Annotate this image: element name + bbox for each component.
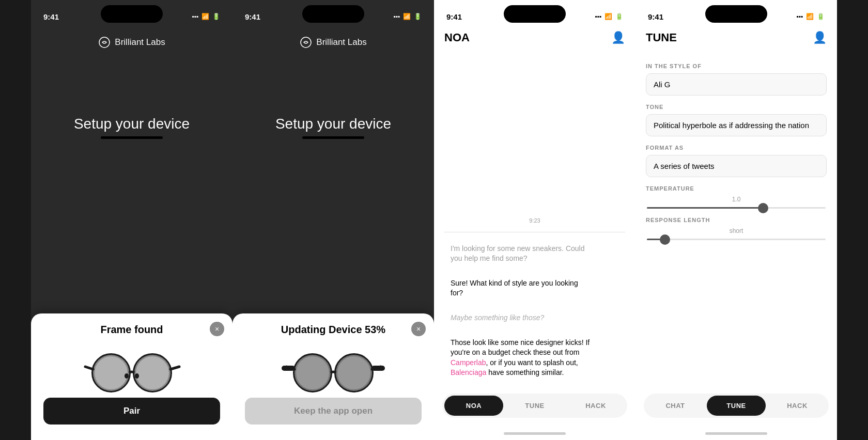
temperature-fill xyxy=(647,207,763,209)
status-icons-3: ▪▪▪ 📶 🔋 xyxy=(595,13,623,20)
brilliant-labs-logo-2 xyxy=(300,36,312,49)
chat-time: 9:23 xyxy=(444,217,625,224)
response-length-track xyxy=(647,239,826,240)
modal-title-2: Updating Device 53% xyxy=(245,324,422,336)
svg-point-9 xyxy=(295,355,331,391)
signal-icon-3: ▪▪▪ xyxy=(595,13,601,20)
status-bar-3: 9:41 ▪▪▪ 📶 🔋 xyxy=(434,0,636,26)
status-bar-4: 9:41 ▪▪▪ 📶 🔋 xyxy=(636,0,837,26)
home-indicator-4 xyxy=(705,432,767,435)
status-bar-1: 9:41 ▪▪▪ 📶 🔋 xyxy=(31,0,233,26)
chat-msg-3: Maybe something like those? xyxy=(444,308,550,328)
svg-point-6 xyxy=(135,373,139,379)
modal-title-1: Frame found xyxy=(43,324,220,336)
home-indicator-2 xyxy=(302,136,364,139)
modal-close-1[interactable]: × xyxy=(210,322,224,336)
nav-hack[interactable]: HACK xyxy=(566,396,625,416)
setup-title-1: Setup your device xyxy=(31,116,233,132)
battery-icon-1: 🔋 xyxy=(212,13,220,20)
modal-card-1: × Frame found Pair xyxy=(31,313,233,440)
profile-icon[interactable]: 👤 xyxy=(611,31,625,44)
status-bar-2: 9:41 ▪▪▪ 📶 🔋 xyxy=(233,0,434,26)
time-4: 9:41 xyxy=(648,12,663,21)
temperature-value: 1.0 xyxy=(647,196,826,203)
noa-title: NOA xyxy=(444,31,470,44)
svg-point-7 xyxy=(301,37,311,48)
status-icons-1: ▪▪▪ 📶 🔋 xyxy=(192,13,220,20)
temperature-thumb[interactable] xyxy=(758,203,768,213)
chat-msg-2: Sure! What kind of style are you looking… xyxy=(444,273,598,304)
time-1: 9:41 xyxy=(43,12,59,21)
time-3: 9:41 xyxy=(446,12,462,21)
signal-icon-1: ▪▪▪ xyxy=(192,13,198,20)
signal-icon-2: ▪▪▪ xyxy=(393,13,400,20)
chat-area: 9:23 I'm looking for some new sneakers. … xyxy=(434,44,636,394)
battery-icon-4: 🔋 xyxy=(817,13,825,20)
balenciaga-link[interactable]: Balenciaga xyxy=(451,368,486,376)
style-label: IN THE STYLE OF xyxy=(646,63,827,69)
tune-bottom-nav: CHAT TUNE HACK xyxy=(644,394,829,418)
tone-label: TONE xyxy=(646,104,827,110)
tune-title: TUNE xyxy=(646,31,677,44)
format-label: FORMAT AS xyxy=(646,145,827,151)
dynamic-island-1 xyxy=(101,5,163,23)
signal-icon-4: ▪▪▪ xyxy=(796,13,803,20)
svg-point-11 xyxy=(336,355,372,391)
phones-container: 9:41 ▪▪▪ 📶 🔋 Brilliant Labs Setup your d… xyxy=(0,0,868,440)
response-length-slider-container: short xyxy=(646,227,827,240)
style-input[interactable] xyxy=(646,73,827,96)
glasses-illustration-2 xyxy=(282,346,385,398)
temperature-slider-container: 1.0 xyxy=(646,196,827,209)
chat-msg-4: Those look like some nice designer kicks… xyxy=(444,333,598,383)
modal-close-2[interactable]: × xyxy=(411,322,426,336)
pair-button[interactable]: Pair xyxy=(43,398,220,425)
nav-tune-active[interactable]: TUNE xyxy=(707,396,766,416)
app-header-1: Brilliant Labs xyxy=(31,26,233,54)
battery-icon-2: 🔋 xyxy=(414,13,422,20)
chat-msg-1: I'm looking for some new sneakers. Could… xyxy=(444,239,598,269)
status-icons-4: ▪▪▪ 📶 🔋 xyxy=(796,13,825,20)
response-length-thumb[interactable] xyxy=(660,234,670,245)
wifi-icon-3: 📶 xyxy=(605,13,612,20)
response-length-value: short xyxy=(647,227,826,234)
nav-noa[interactable]: NOA xyxy=(444,396,503,416)
phone-3: 9:41 ▪▪▪ 📶 🔋 NOA 👤 9:23 I'm looking for … xyxy=(434,0,636,440)
setup-title-2: Setup your device xyxy=(233,116,434,132)
camperlab-link[interactable]: Camperlab xyxy=(451,358,486,367)
wifi-icon-2: 📶 xyxy=(403,13,411,20)
phone-1: 9:41 ▪▪▪ 📶 🔋 Brilliant Labs Setup your d… xyxy=(31,0,233,440)
chat-divider xyxy=(444,232,625,232)
status-icons-2: ▪▪▪ 📶 🔋 xyxy=(393,13,422,20)
glasses-illustration-1 xyxy=(80,346,183,398)
svg-point-5 xyxy=(125,373,129,379)
time-2: 9:41 xyxy=(245,12,260,21)
temperature-track xyxy=(647,207,826,209)
noa-bottom-nav: NOA TUNE HACK xyxy=(442,394,627,418)
nav-tune[interactable]: TUNE xyxy=(505,396,564,416)
dynamic-island-3 xyxy=(504,5,566,23)
response-length-label: RESPONSE LENGTH xyxy=(646,217,827,223)
wifi-icon-4: 📶 xyxy=(806,13,814,20)
dynamic-island-2 xyxy=(302,5,364,23)
nav-hack-2[interactable]: HACK xyxy=(768,396,827,416)
svg-point-4 xyxy=(134,355,171,391)
dynamic-island-4 xyxy=(705,5,767,23)
phone-4: 9:41 ▪▪▪ 📶 🔋 TUNE 👤 IN THE STYLE OF TONE… xyxy=(636,0,837,440)
app-name-1: Brilliant Labs xyxy=(115,37,165,48)
noa-header: NOA 👤 xyxy=(434,26,636,44)
modal-card-2: × Updating Device 53% Keep the app open xyxy=(233,313,434,440)
home-indicator-3 xyxy=(504,432,566,435)
svg-rect-12 xyxy=(282,366,295,371)
home-indicator-1 xyxy=(101,136,163,139)
battery-icon-3: 🔋 xyxy=(615,13,623,20)
tune-content: IN THE STYLE OF TONE FORMAT AS TEMPERATU… xyxy=(636,44,837,394)
nav-chat[interactable]: CHAT xyxy=(646,396,705,416)
temperature-label: TEMPERATURE xyxy=(646,185,827,192)
keep-open-button: Keep the app open xyxy=(245,398,422,425)
tone-input[interactable] xyxy=(646,114,827,136)
tune-profile-icon[interactable]: 👤 xyxy=(813,31,827,44)
svg-point-0 xyxy=(99,37,110,48)
wifi-icon-1: 📶 xyxy=(202,13,209,20)
format-input[interactable] xyxy=(646,155,827,177)
phone-2: 9:41 ▪▪▪ 📶 🔋 Brilliant Labs Setup your d… xyxy=(233,0,434,440)
